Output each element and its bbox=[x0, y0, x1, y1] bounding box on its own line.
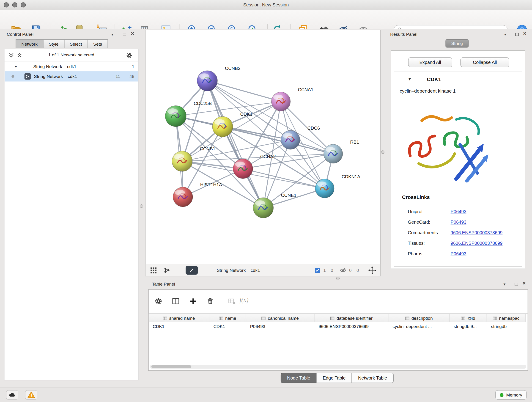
table-cell[interactable]: cyclin–dependent ... bbox=[389, 322, 450, 331]
column-header[interactable]: @id bbox=[450, 314, 487, 322]
node-label-CDK1: CDK1 bbox=[240, 112, 252, 117]
network-status-bar: String Network – cdk1 1 – 0 0 – 0 bbox=[146, 264, 380, 276]
crosslink-value[interactable]: 9606.ENSP00000378699 bbox=[451, 241, 503, 246]
column-header[interactable]: name bbox=[209, 314, 246, 322]
network-node-CDK1[interactable] bbox=[212, 116, 233, 137]
horizontal-splitter-handle[interactable] bbox=[336, 277, 340, 280]
column-label: name bbox=[225, 316, 236, 321]
network-tree-panel: 1 of 1 Network selected ▼ String Network… bbox=[4, 49, 138, 380]
warnings-button[interactable] bbox=[25, 390, 37, 400]
crosslink-value[interactable]: 9606.ENSP00000378699 bbox=[451, 230, 503, 235]
network-collection-row[interactable]: ▼ String Network – cdk1 1 bbox=[5, 62, 138, 71]
show-columns-button[interactable] bbox=[171, 296, 181, 306]
table-cell[interactable]: stringdb bbox=[487, 322, 526, 331]
tab-style[interactable]: Style bbox=[43, 39, 64, 48]
column-label: canonical name bbox=[268, 316, 299, 321]
tab-string[interactable]: String bbox=[445, 39, 469, 48]
table-settings-button[interactable] bbox=[153, 296, 163, 306]
right-splitter-handle[interactable] bbox=[381, 150, 385, 154]
column-header[interactable]: database identifier bbox=[315, 314, 389, 322]
crosslink-value[interactable]: P06493 bbox=[451, 220, 467, 225]
tab-select[interactable]: Select bbox=[64, 39, 88, 48]
crosslink-value[interactable]: P06493 bbox=[451, 251, 467, 256]
open-in-new-button[interactable] bbox=[186, 266, 198, 274]
network-row-selected[interactable]: String Network – cdk1 11 48 bbox=[5, 71, 138, 81]
table-cell[interactable]: P06493 bbox=[246, 322, 315, 331]
node-label-RB1: RB1 bbox=[350, 140, 359, 145]
tab-node-table[interactable]: Node Table bbox=[281, 373, 317, 383]
left-splitter-handle[interactable] bbox=[140, 204, 143, 208]
network-node-CDC6[interactable] bbox=[281, 130, 300, 149]
network-node-CCNB1[interactable] bbox=[172, 151, 192, 172]
network-node-CDC25B[interactable] bbox=[165, 106, 186, 127]
memory-status-icon bbox=[500, 393, 503, 397]
table-cell[interactable]: CDK1 bbox=[209, 322, 246, 331]
column-header[interactable]: namespac bbox=[487, 314, 526, 322]
grid-view-icon[interactable] bbox=[150, 266, 157, 274]
section-disclosure-icon[interactable]: ▼ bbox=[408, 77, 412, 81]
gene-section: ▼ CDK1 cyclin–dependent kinase 1 bbox=[394, 72, 522, 267]
disclosure-triangle-icon[interactable]: ▼ bbox=[14, 65, 18, 68]
crosslink-row: Uniprot:P06493 bbox=[394, 206, 522, 217]
table-cell[interactable]: 9606.ENSP00000378699 bbox=[315, 322, 389, 331]
column-header[interactable]: canonical name bbox=[246, 314, 315, 322]
network-node-CCNB2[interactable] bbox=[197, 70, 217, 91]
network-node-CCNE1[interactable] bbox=[253, 198, 273, 218]
panel-float-icon[interactable] bbox=[515, 283, 518, 286]
network-node-RB1[interactable] bbox=[324, 144, 343, 163]
network-type-icon bbox=[25, 73, 31, 80]
panel-close-icon[interactable]: × bbox=[523, 31, 526, 36]
selected-checkbox-icon[interactable] bbox=[315, 267, 320, 273]
gear-icon[interactable] bbox=[126, 52, 133, 59]
tab-edge-table[interactable]: Edge Table bbox=[317, 373, 352, 383]
panel-close-icon[interactable]: × bbox=[523, 281, 526, 286]
delete-column-button[interactable] bbox=[205, 296, 215, 306]
selected-count: 1 – 0 bbox=[323, 268, 333, 273]
network-label: String Network – cdk1 bbox=[34, 74, 77, 79]
pan-crosshair-icon[interactable] bbox=[368, 266, 376, 274]
delete-table-button-disabled[interactable] bbox=[227, 296, 237, 306]
delete-table-icon bbox=[228, 297, 236, 305]
network-node-count: 11 bbox=[111, 74, 120, 79]
table-panel-title: Table Panel bbox=[152, 281, 175, 287]
crosslink-label: Compartments: bbox=[408, 230, 451, 235]
table-row[interactable]: CDK1CDK1P064939606.ENSP00000378699cyclin… bbox=[149, 322, 528, 331]
node-label-HIST1H1A: HIST1H1A bbox=[200, 182, 222, 187]
panel-float-icon[interactable] bbox=[515, 33, 519, 36]
crosslinks-list: Uniprot:P06493GeneCard:P06493Compartment… bbox=[394, 206, 522, 259]
tab-network[interactable]: Network bbox=[16, 39, 43, 48]
network-canvas[interactable]: CCNB2CCNA1CDC25BCDK1CDC6RB1CCNB1CCNA2CDK… bbox=[146, 30, 380, 264]
scrollbar-thumb[interactable] bbox=[151, 365, 191, 368]
network-name: String Network – cdk1 bbox=[217, 268, 260, 273]
function-builder-button[interactable]: f(x) bbox=[239, 296, 248, 304]
results-panel-header: Results Panel ▾ × bbox=[385, 30, 529, 39]
node-label-CDC25B: CDC25B bbox=[194, 101, 212, 106]
network-node-CCNA2[interactable] bbox=[233, 159, 253, 179]
gene-name: CDK1 bbox=[427, 76, 441, 83]
table-cell[interactable]: CDK1 bbox=[149, 322, 209, 331]
panel-float-icon[interactable] bbox=[123, 33, 126, 36]
tab-sets[interactable]: Sets bbox=[88, 39, 108, 48]
hidden-eye-slash-icon[interactable] bbox=[340, 267, 346, 274]
column-header[interactable]: shared name bbox=[149, 314, 209, 322]
panel-menu-icon[interactable]: ▾ bbox=[504, 281, 506, 287]
expand-all-button[interactable]: Expand All bbox=[408, 57, 452, 67]
cloud-button[interactable] bbox=[6, 390, 18, 400]
panel-menu-icon[interactable]: ▾ bbox=[111, 32, 114, 37]
tab-network-table[interactable]: Network Table bbox=[352, 373, 394, 383]
network-view-icon[interactable] bbox=[163, 266, 171, 274]
add-column-button[interactable] bbox=[188, 296, 198, 306]
network-edge[interactable] bbox=[207, 81, 263, 208]
table-cell[interactable]: stringdb:9... bbox=[450, 322, 487, 331]
network-node-HIST1H1A[interactable] bbox=[173, 187, 193, 207]
crosslink-row: Pharos:P06493 bbox=[394, 249, 522, 259]
panel-close-icon[interactable]: × bbox=[131, 31, 134, 36]
crosslink-value[interactable]: P06493 bbox=[451, 209, 467, 214]
network-node-CDKN1A[interactable] bbox=[315, 179, 334, 198]
horizontal-scrollbar[interactable] bbox=[150, 365, 526, 369]
collapse-all-button[interactable]: Collapse All bbox=[461, 57, 509, 67]
network-node-CCNA1[interactable] bbox=[272, 92, 291, 111]
memory-button[interactable]: Memory bbox=[495, 390, 526, 400]
panel-menu-icon[interactable]: ▾ bbox=[504, 32, 506, 37]
column-header[interactable]: description bbox=[389, 314, 450, 322]
